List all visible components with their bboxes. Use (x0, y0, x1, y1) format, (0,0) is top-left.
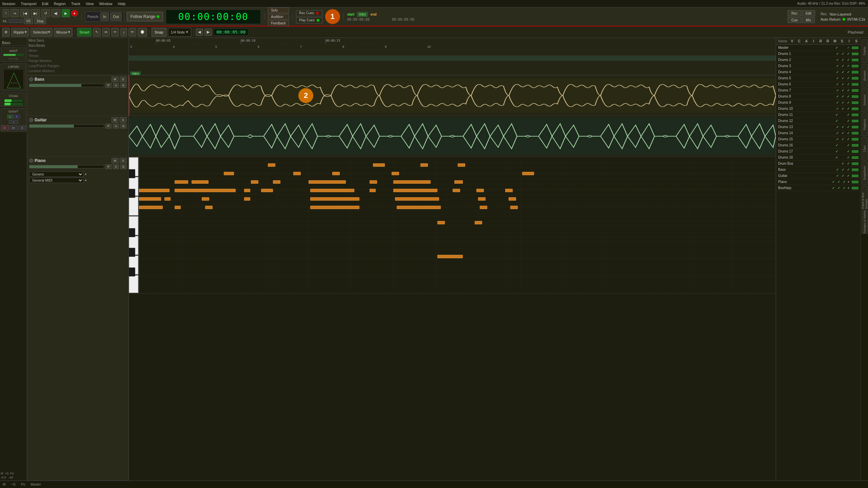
right-track-drums2[interactable]: Drums 2 ✓ ✓ ✓ (776, 57, 861, 63)
right-track-drums14[interactable]: Drums 14 ✓ ✓ ✓ (776, 130, 861, 136)
record-btn[interactable]: ● (71, 10, 78, 17)
stop-btn[interactable]: Stop (34, 18, 46, 24)
bass-mute-btn[interactable]: M (112, 77, 118, 82)
follow-range-btn[interactable]: Follow Range (127, 12, 163, 21)
right-track-bass[interactable]: Bass ✓ ✓ ✓ (776, 167, 861, 173)
rec-mode-btn[interactable]: Rec (788, 10, 801, 16)
timeline-ruler[interactable]: 00:00:05 00:00:10 00:00:15 3 4 5 6 (129, 38, 776, 75)
menu-session[interactable]: Session (2, 2, 15, 6)
menu-transport[interactable]: Transport (21, 2, 37, 6)
menu-region[interactable]: Region (54, 2, 66, 6)
right-track-master[interactable]: Master ✓ ✓ (776, 45, 861, 51)
right-track-drums8[interactable]: Drums 8 ✓ ✓ ✓ (776, 94, 861, 100)
menu-window[interactable]: Window (99, 2, 112, 6)
gxsvt-l-btn[interactable]: L (7, 115, 13, 119)
mouse-dropdown-btn[interactable]: Mouse ▾ (54, 28, 73, 37)
play-cues-btn[interactable]: Play Cues (296, 17, 322, 23)
bass-fader[interactable] (29, 84, 104, 87)
right-track-drums11[interactable]: Drums 11 ✓ ✓ (776, 112, 861, 118)
side-tab-snapshots[interactable]: Snapshots (862, 161, 868, 185)
guitar-p-btn[interactable]: P (105, 124, 112, 128)
note-selector[interactable]: 1/4 Note ▾ (168, 28, 192, 37)
side-tab-regions[interactable]: Regions (862, 113, 868, 136)
menu-track[interactable]: Track (71, 2, 80, 6)
side-tab-sources[interactable]: Sources (862, 88, 868, 112)
guitar-rec-dot[interactable] (29, 118, 33, 122)
menu-help[interactable]: Help (118, 2, 126, 6)
bass-solo-btn[interactable]: S (120, 77, 126, 82)
right-track-drums10[interactable]: Drums 10 ✓ ✓ ✓ (776, 106, 861, 112)
right-track-drums3[interactable]: Drums 3 ✓ ✓ ✓ (776, 63, 861, 69)
piano-midi-select[interactable]: General MIDI (29, 178, 83, 183)
gxsvt-r-btn[interactable]: R (14, 115, 20, 119)
toolbar-misc-btn1[interactable]: ⊕ (2, 28, 10, 37)
gxsvt-d-btn[interactable]: D (1, 125, 9, 130)
tool-audio-btn[interactable]: ♪ (120, 28, 127, 37)
right-track-boxharp[interactable]: BoxHarp ✓ ✓ ✓ ● (776, 185, 861, 191)
snap-btn[interactable]: Snap (152, 28, 166, 37)
right-track-drums6[interactable]: Drums 6 ✓ ✓ ✓ (776, 81, 861, 87)
right-track-drums7[interactable]: Drums 7 ✓ ✓ ✓ (776, 87, 861, 94)
midi-panic-btn[interactable]: ! (3, 9, 9, 17)
punch-out-btn[interactable]: Out (110, 13, 122, 21)
right-track-drums18[interactable]: Drums 18 ✓ ✓ (776, 155, 861, 161)
piano-solo-btn[interactable]: S (120, 158, 126, 163)
tool-cut-btn[interactable]: ✂ (111, 28, 119, 37)
tool-draw-btn[interactable]: ✏ (129, 28, 136, 37)
gxsvt-i-btn[interactable]: I (9, 120, 18, 124)
right-track-guitar[interactable]: Guitar ✓ ✓ ✓ (776, 173, 861, 179)
solo-btn[interactable]: Solo (268, 7, 289, 13)
side-tab-ranges-marks[interactable]: Ranges & Marks (862, 210, 868, 234)
piano-mute-btn[interactable]: M (112, 158, 118, 163)
guitar-g-btn[interactable]: G (120, 124, 126, 128)
right-track-drums4[interactable]: Drums 4 ✓ ✓ ✓ (776, 69, 861, 75)
guitar-solo-btn[interactable]: S (120, 117, 126, 123)
right-track-drums15[interactable]: Drums 15 ✓ ✓ ✓ (776, 136, 861, 142)
tracks-scroll-area[interactable]: 2 (129, 75, 776, 481)
edit-mode-btn[interactable]: Edit (802, 10, 815, 16)
gxsvt-m-btn[interactable]: M (9, 125, 18, 130)
right-track-drums13[interactable]: Drums 13 ✓ ✓ ✓ (776, 124, 861, 130)
bass-g-btn[interactable]: G (120, 83, 126, 88)
tool-select-btn[interactable]: ↖ (93, 28, 101, 37)
piano-instrument-select[interactable]: Generic (29, 171, 83, 177)
right-track-piano[interactable]: Piano ✓ ✓ ✓ ● (776, 179, 861, 185)
right-track-drums17[interactable]: Drums 17 ✓ ✓ (776, 148, 861, 155)
right-track-drums16[interactable]: Drums 16 ✓ ✓ (776, 142, 861, 148)
smart-btn[interactable]: Smart (77, 28, 92, 37)
punch-in-btn[interactable]: In (100, 13, 109, 21)
right-track-drumbus[interactable]: Drum Bus ✓ ✓ (776, 161, 861, 167)
bass-rec-dot[interactable] (29, 77, 33, 81)
ripple-dropdown-btn[interactable]: Ripple ▾ (11, 28, 29, 37)
tool-range-btn[interactable]: ⇔ (102, 28, 110, 37)
guitar-fader[interactable] (29, 124, 104, 128)
side-tab-tracks[interactable]: Tracks (862, 39, 868, 63)
bass-a-btn[interactable]: A (113, 83, 119, 88)
selected-dropdown-btn[interactable]: Selected ▾ (31, 28, 53, 37)
side-tab-track-bus-groups[interactable]: Track & Bus Groups (862, 186, 868, 209)
play-btn[interactable]: ▶ (62, 9, 70, 17)
guitar-mute-btn[interactable]: M (112, 117, 118, 123)
loop-btn[interactable]: ↺ (41, 9, 50, 17)
right-track-drums9[interactable]: Drums 9 ✓ ✓ ✓ (776, 100, 861, 106)
goto-end-btn[interactable]: ▶| (31, 9, 40, 17)
right-track-drums12[interactable]: Drums 12 ✓ ✓ (776, 118, 861, 124)
menu-view[interactable]: View (86, 2, 94, 6)
bass-p-btn[interactable]: P (105, 83, 112, 88)
menu-edit[interactable]: Edit (42, 2, 48, 6)
rec-cues-btn[interactable]: Rec Cues (296, 10, 322, 16)
follow-playhead-btn[interactable]: ⇒ (11, 9, 19, 17)
goto-start-btn[interactable]: |◀ (20, 9, 29, 17)
piano-g-btn[interactable]: G (120, 164, 126, 169)
audition-btn[interactable]: Audition (268, 14, 289, 20)
guitar-a-btn[interactable]: A (113, 124, 119, 128)
piano-rec-dot[interactable] (29, 159, 33, 163)
prev-marker-btn[interactable]: ◀| (51, 9, 60, 17)
nav-forward-btn[interactable]: ▶ (204, 28, 212, 36)
tool-timefx-btn[interactable]: ⌚ (138, 28, 147, 37)
right-track-drums5[interactable]: Drums 5 ✓ ✓ ✓ (776, 75, 861, 81)
mix-mode-btn[interactable]: Mix (802, 17, 815, 23)
feedback-btn[interactable]: Feedback (268, 20, 289, 26)
piano-fader[interactable] (29, 165, 104, 168)
piano-p-btn[interactable]: P (105, 164, 112, 169)
